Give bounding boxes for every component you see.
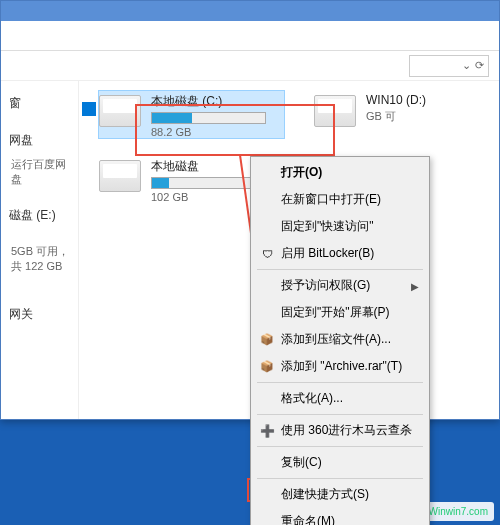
drive-name: 本地磁盘 (C:) (151, 93, 284, 110)
menu-separator (257, 414, 423, 415)
menu-item-label: 启用 BitLocker(B) (281, 246, 374, 260)
sidebar-sub: 5GB 可用，共 122 GB (7, 240, 72, 278)
search-box[interactable]: ⌄ ⟳ (409, 55, 489, 77)
menu-item[interactable]: 📦添加到压缩文件(A)... (253, 326, 427, 353)
menu-item[interactable]: 固定到"快速访问" (253, 213, 427, 240)
menu-item[interactable]: 创建快捷方式(S) (253, 481, 427, 508)
menu-item[interactable]: 复制(C) (253, 449, 427, 476)
menu-item[interactable]: 授予访问权限(G)▶ (253, 272, 427, 299)
windows-badge-icon (82, 102, 96, 116)
drive-usage-bar (151, 112, 266, 124)
menu-separator (257, 382, 423, 383)
drive-icon (99, 160, 141, 192)
menu-item-label: 复制(C) (281, 455, 322, 469)
menu-item-label: 创建快捷方式(S) (281, 487, 369, 501)
dropdown-icon: ⌄ (462, 59, 471, 72)
drive-icon (99, 95, 141, 127)
drive-free-text: 88.2 GB (151, 126, 284, 138)
menu-item[interactable]: 在新窗口中打开(E) (253, 186, 427, 213)
menu-item-label: 使用 360进行木马云查杀 (281, 423, 412, 437)
menu-separator (257, 446, 423, 447)
menu-item[interactable]: 重命名(M) (253, 508, 427, 525)
drive-item[interactable]: WIN10 (D:)GB 可 (314, 91, 499, 138)
menu-item-label: 在新窗口中打开(E) (281, 192, 381, 206)
titlebar (1, 1, 499, 21)
sidebar-item[interactable]: 窗 (7, 91, 72, 116)
360-icon: ➕ (259, 423, 275, 439)
menu-item-label: 添加到压缩文件(A)... (281, 332, 391, 346)
archive-icon: 📦 (259, 332, 275, 348)
refresh-icon[interactable]: ⟳ (475, 59, 484, 72)
menu-item[interactable]: ➕使用 360进行木马云查杀 (253, 417, 427, 444)
menu-item[interactable]: 格式化(A)... (253, 385, 427, 412)
sidebar-item[interactable]: 网盘 (7, 128, 72, 153)
archive-icon: 📦 (259, 359, 275, 375)
sidebar-item[interactable]: 磁盘 (E:) (7, 203, 72, 228)
sidebar-item[interactable]: 网关 (7, 302, 72, 327)
menu-item-label: 固定到"开始"屏幕(P) (281, 305, 390, 319)
drive-free-text: GB 可 (366, 109, 499, 124)
sidebar: 窗 网盘 运行百度网盘 磁盘 (E:) 5GB 可用，共 122 GB 网关 (1, 81, 79, 419)
drive-item[interactable]: 本地磁盘 (C:)88.2 GB (99, 91, 284, 138)
menu-separator (257, 478, 423, 479)
drive-usage-bar (151, 177, 266, 189)
submenu-arrow-icon: ▶ (411, 280, 419, 291)
menu-item-label: 固定到"快速访问" (281, 219, 374, 233)
menu-separator (257, 269, 423, 270)
shield-icon: 🛡 (259, 246, 275, 262)
toolbar (1, 21, 499, 51)
menu-item[interactable]: 固定到"开始"屏幕(P) (253, 299, 427, 326)
sidebar-sub[interactable]: 运行百度网盘 (7, 153, 72, 191)
menu-item-label: 格式化(A)... (281, 391, 343, 405)
menu-item-label: 重命名(M) (281, 514, 335, 525)
menu-item[interactable]: 打开(O) (253, 159, 427, 186)
menu-item-label: 添加到 "Archive.rar"(T) (281, 359, 402, 373)
menu-item[interactable]: 📦添加到 "Archive.rar"(T) (253, 353, 427, 380)
context-menu: 打开(O)在新窗口中打开(E)固定到"快速访问"🛡启用 BitLocker(B)… (250, 156, 430, 525)
drive-icon (314, 95, 356, 127)
menu-item-label: 授予访问权限(G) (281, 278, 370, 292)
addressbar-row: ⌄ ⟳ (1, 51, 499, 81)
menu-item-label: 打开(O) (281, 165, 322, 179)
menu-item[interactable]: 🛡启用 BitLocker(B) (253, 240, 427, 267)
drive-name: WIN10 (D:) (366, 93, 499, 107)
